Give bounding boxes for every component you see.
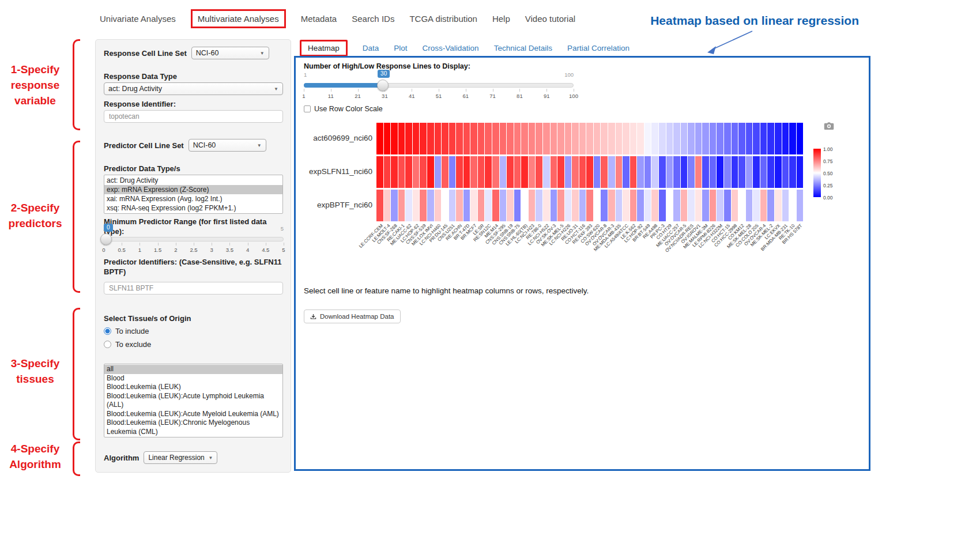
- response-data-type-select[interactable]: act: Drug Activity ▼: [104, 82, 283, 95]
- tab-technical-details[interactable]: Technical Details: [494, 44, 552, 52]
- slider-tick-label: 31: [382, 93, 388, 99]
- slider-tick-label: 3: [210, 247, 213, 253]
- slider-tick-label: 1.5: [154, 247, 161, 253]
- heatmap-cell: [470, 156, 478, 188]
- heatmap-cell: [608, 123, 616, 154]
- response-identifier-label: Response Identifier:: [104, 100, 283, 110]
- lines-slider[interactable]: 1 100 30 1112131415161718191100: [304, 71, 574, 105]
- slider-tick-label: 71: [489, 93, 496, 99]
- colorbar-ticks: 1.000.750.500.250.00: [823, 149, 846, 197]
- tissue-option-blood-leukemia-leuk-acute-lymphoid-leukemia-all[interactable]: Blood:Leukemia (LEUK):Acute Lymphoid Leu…: [104, 392, 282, 410]
- heatmap-cell: [651, 123, 659, 154]
- slider-tick-mark: [466, 89, 466, 92]
- download-heatmap-data-button[interactable]: Download Heatmap Data: [304, 310, 401, 323]
- slider-tick-label: 3.5: [226, 247, 233, 253]
- heatmap-cell: [514, 123, 522, 154]
- tissue-option-blood-leukemia-leuk-acute-myeloid-leukemia-aml[interactable]: Blood:Leukemia (LEUK):Acute Myeloid Leuk…: [104, 410, 282, 419]
- predictor-identifiers-input[interactable]: [104, 282, 283, 295]
- heatmap-cell: [435, 190, 442, 221]
- predictor-type-option-xsq-rna-seq-expression-log2-fpkm-1[interactable]: xsq: RNA-seq Expression (log2 FPKM+1.): [104, 203, 282, 213]
- response-cell-line-set-label: Response Cell Line Set: [104, 49, 187, 58]
- min-range-slider-track[interactable]: [104, 237, 284, 241]
- nav-item-univariate-analyses[interactable]: Univariate Analyses: [100, 14, 176, 24]
- heatmap-cell: [681, 190, 688, 221]
- heatmap-row-label-act609699-nci60[interactable]: act609699_nci60: [296, 134, 372, 142]
- radio-to-include[interactable]: [104, 327, 111, 335]
- algorithm-select[interactable]: Linear Regression ▼: [144, 451, 217, 464]
- download-button-label: Download Heatmap Data: [320, 313, 394, 320]
- heatmap-cell: [659, 123, 666, 154]
- heatmap-cell: [463, 156, 471, 188]
- predictor-type-option-exp-mrna-expression-z-score[interactable]: exp: mRNA Expression (Z-Score): [104, 185, 282, 194]
- heatmap-cell: [644, 123, 652, 154]
- heatmap-cell: [391, 190, 398, 221]
- heatmap-cell: [710, 190, 717, 221]
- tissue-option-blood-leukemia-leuk-chronic-myelogenous-leukemia-cml[interactable]: Blood:Leukemia (LEUK):Chronic Myelogenou…: [104, 418, 282, 436]
- predictor-type-option-xai-mrna-expression-avg-log2-int[interactable]: xai: mRNA Expression (Avg. log2 Int.): [104, 194, 282, 203]
- heatmap-cell: [514, 156, 522, 188]
- tab-cross-validation[interactable]: Cross-Validation: [423, 44, 479, 52]
- heatmap-cell: [565, 156, 572, 188]
- nav-item-search-ids[interactable]: Search IDs: [352, 14, 394, 24]
- heatmap-cell: [616, 190, 623, 221]
- nav-item-multivariate-analyses[interactable]: Multivariate Analyses: [191, 9, 286, 28]
- chevron-down-icon: ▼: [257, 143, 262, 148]
- tab-plot[interactable]: Plot: [394, 44, 407, 52]
- slider-tick-mark: [412, 89, 412, 92]
- min-range-slider[interactable]: 0 5 00.511.522.533.544.55: [104, 225, 284, 255]
- row-color-scale-checkbox[interactable]: [304, 105, 311, 112]
- response-identifier-input[interactable]: [104, 110, 283, 123]
- download-icon: [310, 314, 316, 320]
- response-data-type-label: Response Data Type: [104, 72, 283, 82]
- callout-title: Heatmap based on linear regression: [600, 14, 859, 28]
- heatmap-cell: [551, 123, 558, 154]
- heatmap-cell: [666, 190, 674, 221]
- predictor-cell-line-set-select[interactable]: NCI-60 ▼: [189, 139, 266, 152]
- tissue-option-all[interactable]: all: [104, 365, 282, 374]
- heatmap-cell: [797, 156, 804, 188]
- heatmap-cell: [775, 190, 782, 221]
- heatmap-cell: [427, 123, 435, 154]
- slider-tick-mark: [546, 89, 547, 92]
- heatmap-cell: [543, 190, 551, 221]
- response-cell-line-set-row: Response Cell Line Set NCI-60 ▼: [104, 47, 283, 59]
- lines-slider-handle[interactable]: [377, 80, 389, 91]
- lines-slider-max-label: 100: [564, 71, 574, 78]
- camera-icon[interactable]: [824, 122, 834, 130]
- response-data-type-value: act: Drug Activity: [108, 85, 162, 93]
- heatmap-cell: [644, 156, 652, 188]
- nav-item-video-tutorial[interactable]: Video tutorial: [525, 14, 575, 24]
- heatmap-row-label-expbptf-nci60[interactable]: expBPTF_nci60: [296, 201, 372, 209]
- heatmap-cell: [420, 123, 427, 154]
- heatmap-row-label-expslfn11-nci60[interactable]: expSLFN11_nci60: [296, 167, 372, 176]
- tab-heatmap[interactable]: Heatmap: [300, 40, 348, 56]
- heatmap-cell: [789, 123, 797, 154]
- heatmap-cell: [405, 123, 413, 154]
- tissue-option-blood-leukemia-leuk[interactable]: Blood:Leukemia (LEUK): [104, 383, 282, 392]
- response-cell-line-set-value: NCI-60: [196, 49, 219, 57]
- heatmap-cell: [767, 123, 775, 154]
- heatmap-cell: [405, 190, 413, 221]
- heatmap-cell: [681, 156, 688, 188]
- nav-item-metadata[interactable]: Metadata: [301, 14, 337, 24]
- heatmap-cell: [413, 190, 420, 221]
- tab-partial-correlation[interactable]: Partial Correlation: [567, 44, 630, 52]
- slider-tick-label: 2: [174, 247, 177, 253]
- tab-data[interactable]: Data: [363, 44, 379, 52]
- heatmap-cell: [767, 190, 775, 221]
- heatmap-cell: [738, 156, 746, 188]
- slider-tick-mark: [331, 89, 331, 92]
- predictor-type-option-act-drug-activity[interactable]: act: Drug Activity: [104, 176, 282, 185]
- nav-item-help[interactable]: Help: [492, 14, 510, 24]
- slider-tick-mark: [140, 243, 140, 246]
- response-cell-line-set-select[interactable]: NCI-60 ▼: [191, 47, 269, 59]
- heatmap-row-act609699-nci60: [376, 123, 803, 154]
- tissue-option-blood[interactable]: Blood: [104, 374, 282, 383]
- heatmap-cell: [463, 123, 471, 154]
- heatmap-cell: [507, 156, 514, 188]
- colorbar-tick-label: 1.00: [823, 146, 833, 152]
- heatmap-cell: [594, 156, 601, 188]
- radio-to-exclude[interactable]: [104, 341, 111, 348]
- min-range-slider-handle[interactable]: [100, 233, 112, 245]
- nav-item-tcga-distribution[interactable]: TCGA distribution: [409, 14, 477, 24]
